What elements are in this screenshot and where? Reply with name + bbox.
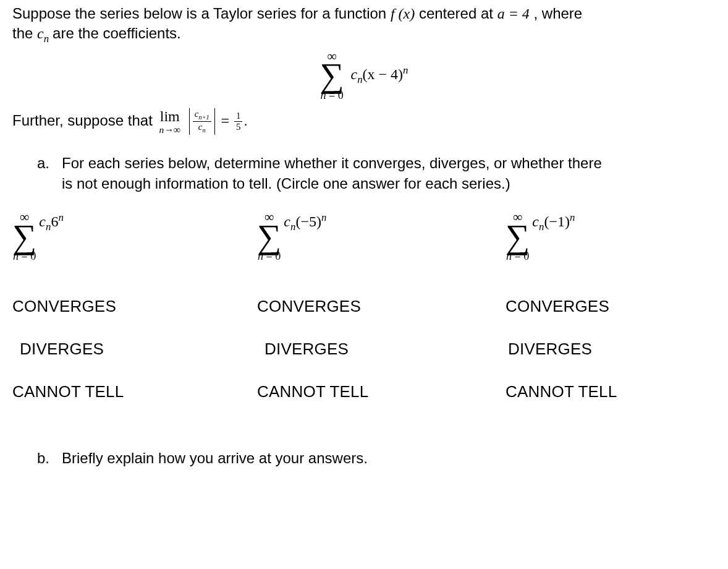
opt-2-diverges[interactable]: DIVERGES [251, 338, 477, 360]
sigma-bottom-n: n [321, 89, 326, 101]
opt-3-diverges[interactable]: DIVERGES [489, 338, 716, 360]
options-1: CONVERGES DIVERGES CANNOT TELL [12, 296, 239, 403]
series-col-2: ∞ ∑ n = 0 cn(−5)n CONVERGES DIVERGES CAN… [251, 211, 477, 424]
ratio-num: cn+1 [193, 109, 211, 122]
ratio-num-sub: n+1 [198, 114, 209, 121]
lim-sub: n→∞ [159, 125, 180, 135]
ratio-pre: Further, suppose that [12, 112, 156, 129]
series-col-3: ∞ ∑ n = 0 cn(−1)n CONVERGES DIVERGES CAN… [489, 211, 716, 424]
opt-2-cannot[interactable]: CANNOT TELL [251, 381, 477, 403]
opt-3-converges[interactable]: CONVERGES [489, 296, 716, 317]
one-fifth-den: 5 [234, 122, 242, 132]
options-2: CONVERGES DIVERGES CANNOT TELL [251, 296, 477, 403]
abs-bars: cn+1 cn [187, 108, 217, 135]
sigma-symbol: ∑ [320, 62, 344, 89]
abs-bar-left [189, 108, 190, 135]
sigma-1-bot: n = 0 [13, 250, 36, 262]
sigma-2-bot-n: n [258, 250, 263, 262]
s1-c: c [39, 213, 46, 229]
part-b-marker: b. [37, 448, 57, 468]
intro-text-3: , where [534, 5, 583, 22]
series-col-1: ∞ ∑ n = 0 cn6n CONVERGES DIVERGES CANNOT… [12, 211, 239, 424]
part-a-line1: For each series below, determine whether… [62, 155, 602, 171]
series-2-term: cn(−5)n [284, 211, 326, 262]
math-a-eq-4: a = 4 [497, 6, 530, 22]
sigma-3-bot: n = 0 [506, 250, 529, 262]
ratio-den: cn [193, 122, 211, 134]
series-1-term: cn6n [39, 211, 63, 262]
sigma-2-bot: n = 0 [258, 250, 281, 262]
ratio-line: Further, suppose that lim n→∞ cn+1 cn = [12, 108, 716, 135]
sigma-3-bot-eq: = 0 [512, 250, 529, 262]
sigma-2-bot-eq: = 0 [263, 250, 281, 262]
sigma-1: ∞ ∑ n = 0 [12, 211, 36, 262]
opt-2-converges[interactable]: CONVERGES [251, 296, 477, 317]
lim-word: lim [160, 109, 180, 124]
term-paren: (x − 4) [363, 66, 404, 82]
cn-c: c [37, 25, 44, 41]
sigma-3-sym: ∑ [506, 223, 530, 250]
intro-paragraph: Suppose the series below is a Taylor ser… [12, 4, 716, 46]
s2-c: c [284, 213, 290, 229]
part-b-text: Briefly explain how you arrive at your a… [62, 448, 716, 468]
sigma-2: ∞ ∑ n = 0 [257, 211, 281, 262]
intro-text-2: centered at [419, 5, 497, 22]
s1-exp: n [58, 212, 63, 223]
intro-text-1: Suppose the series below is a Taylor ser… [12, 5, 391, 22]
part-a: a. For each series below, determine whet… [37, 153, 716, 194]
opt-3-cannot[interactable]: CANNOT TELL [489, 381, 716, 403]
ratio-eq: = [221, 113, 233, 129]
part-a-line2: is not enough information to tell. (Circ… [62, 175, 510, 192]
term-exp: n [403, 64, 408, 76]
sigma-2-sym: ∑ [257, 223, 281, 250]
math-cn: cn [37, 25, 53, 41]
opt-1-converges[interactable]: CONVERGES [12, 296, 239, 317]
s3-exp: n [570, 212, 575, 223]
series-3-term: cn(−1)n [532, 211, 575, 262]
lim-block: lim n→∞ [159, 109, 180, 135]
ratio-den-sub: n [202, 127, 205, 134]
part-a-text: For each series below, determine whether… [62, 153, 716, 194]
opt-1-diverges[interactable]: DIVERGES [12, 338, 239, 360]
one-fifth: 1 5 [234, 111, 242, 132]
series-columns: ∞ ∑ n = 0 cn6n CONVERGES DIVERGES CANNOT… [12, 211, 716, 424]
part-a-marker: a. [37, 153, 57, 194]
math-fx: f (x) [391, 6, 415, 22]
sigma-3-bot-n: n [506, 250, 512, 262]
s1-base: 6 [51, 213, 58, 229]
sigma-1-bot-eq: = 0 [19, 250, 36, 262]
options-3: CONVERGES DIVERGES CANNOT TELL [489, 296, 716, 403]
s2-exp: n [321, 212, 326, 223]
sigma-bottom: n = 0 [321, 90, 344, 101]
sigma-bottom-eq: = 0 [326, 89, 344, 101]
intro-text-4: the [12, 25, 37, 41]
sigma-main: ∞ ∑ n = 0 [320, 50, 344, 101]
one-fifth-num: 1 [234, 111, 242, 122]
main-series: ∞ ∑ n = 0 cn(x − 4)n [12, 50, 716, 101]
term-c-sub: n [357, 74, 362, 85]
abs-bar-right [214, 108, 215, 135]
opt-1-cannot[interactable]: CANNOT TELL [12, 381, 239, 403]
intro-text-5: are the coefficients. [53, 25, 181, 41]
s2-base: (−5) [295, 213, 321, 229]
ratio-period: . [243, 112, 248, 129]
part-b: b. Briefly explain how you arrive at you… [37, 448, 716, 468]
term-c: c [351, 66, 358, 82]
s3-c: c [532, 213, 539, 229]
ratio-frac: cn+1 cn [193, 109, 211, 134]
sigma-1-sym: ∑ [12, 223, 36, 250]
sigma-1-bot-n: n [13, 250, 19, 262]
cn-sub: n [44, 33, 49, 45]
page: Suppose the series below is a Taylor ser… [0, 0, 728, 569]
s3-base: (−1) [544, 213, 570, 229]
main-series-term: cn(x − 4)n [351, 64, 408, 87]
sigma-3: ∞ ∑ n = 0 [506, 211, 530, 262]
